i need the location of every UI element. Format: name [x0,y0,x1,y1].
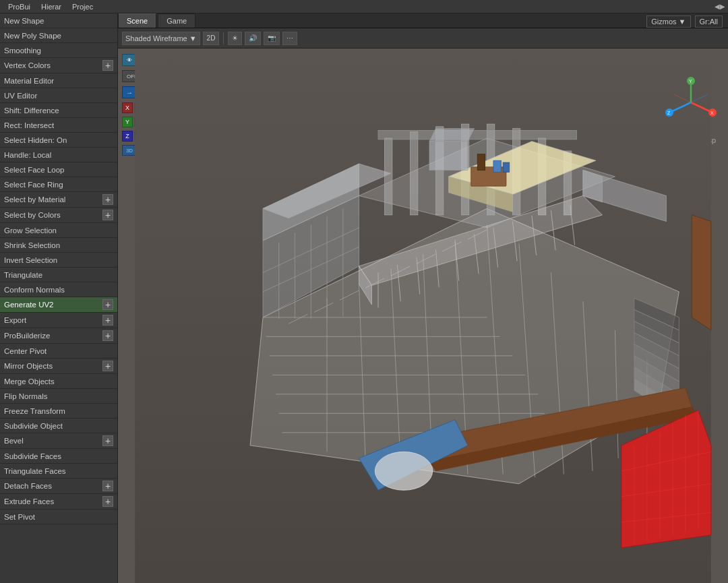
plus-btn-mirror-objects[interactable]: + [102,361,113,371]
svg-text:Z: Z [667,111,671,115]
sidebar-item-freeze-transform[interactable]: Freeze Transform [0,404,117,419]
sidebar-item-new-poly-shape[interactable]: New Poly Shape [0,28,117,43]
plus-btn-vertex-colors[interactable]: + [102,60,113,71]
sidebar-item-select-face-loop[interactable]: Select Face Loop [0,162,117,177]
sun-icon-btn[interactable]: ☀ [228,32,242,45]
main-layout: New ShapeNew Poly ShapeSmoothingVertex C… [0,13,728,583]
menu-projec[interactable]: Projec [67,0,98,13]
viewport-area: Scene Game Gizmos ▼ Gr:All Shaded Wirefr… [118,13,728,583]
sidebar-item-conform-normals[interactable]: Conform Normals [0,282,117,297]
sidebar-item-shrink-selection[interactable]: Shrink Selection [0,238,117,253]
menu-probui[interactable]: ProBui [3,0,36,13]
scene-svg [118,49,728,583]
svg-marker-93 [429,129,474,142]
sidebar-item-flip-normals[interactable]: Flip Normals [0,389,117,404]
sidebar-item-handle-local[interactable]: Handle: Local [0,148,117,162]
grid-all-btn[interactable]: Gr:All [695,16,723,28]
sidebar-item-triangulate-faces[interactable]: Triangulate Faces [0,464,117,479]
sidebar-item-invert-selection[interactable]: Invert Selection [0,253,117,268]
plus-btn-extrude-faces[interactable]: + [102,496,113,507]
svg-marker-74 [692,215,710,330]
plus-btn-export[interactable]: + [102,315,113,326]
gizmos-btn[interactable]: Gizmos ▼ [646,16,690,28]
plus-btn-select-by-material[interactable]: + [102,194,113,205]
sidebar-item-uv-editor[interactable]: UV Editor [0,88,117,103]
sidebar-item-mirror-objects[interactable]: Mirror Objects+ [0,359,117,374]
sidebar-item-extrude-faces[interactable]: Extrude Faces+ [0,494,117,510]
sidebar-item-subdivide-faces[interactable]: Subdivide Faces [0,449,117,464]
viewport[interactable]: 👁 👁 OFF ✓ → 🔒 X ▪ [118,49,728,583]
sidebar-item-grow-selection[interactable]: Grow Selection [0,223,117,238]
plus-btn-detach-faces[interactable]: + [102,481,113,491]
viewport-toolbar: Shaded Wireframe ▼ 2D ☀ 🔊 📷 ⋯ [118,28,728,49]
svg-rect-51 [503,162,509,172]
speaker-btn[interactable]: 🔊 [245,32,261,45]
tab-scene[interactable]: Scene [118,13,156,28]
sidebar-item-set-pivot[interactable]: Set Pivot [0,510,117,524]
svg-rect-92 [429,142,468,171]
axis-gizmo: Y X Z [664,75,718,129]
sidebar-item-shift-difference[interactable]: Shift: Difference [0,103,117,118]
svg-line-103 [674,94,691,102]
plus-btn-probuilderize[interactable]: + [102,330,113,341]
plus-btn-bevel[interactable]: + [102,435,113,446]
sidebar-item-generate-uv2[interactable]: Generate UV2+ [0,297,117,313]
plus-btn-select-by-colors[interactable]: + [102,210,113,220]
shading-dropdown[interactable]: Shaded Wireframe ▼ [122,32,200,45]
dropdown-arrow: ▼ [189,34,197,42]
menu-collapse[interactable]: ◀▶ [715,3,725,10]
more-btn[interactable]: ⋯ [282,32,297,45]
sidebar-item-merge-objects[interactable]: Merge Objects [0,374,117,389]
svg-text:Y: Y [689,79,692,84]
sidebar-item-subdivide-object[interactable]: Subdivide Object [0,419,117,433]
sidebar-item-smoothing[interactable]: Smoothing [0,43,117,58]
mode-2d-btn[interactable]: 2D [203,32,220,45]
sidebar-item-bevel[interactable]: Bevel+ [0,433,117,449]
svg-rect-50 [493,160,501,172]
sidebar-item-select-face-ring[interactable]: Select Face Ring [0,177,117,192]
svg-rect-45 [378,131,576,140]
sidebar-item-vertex-colors[interactable]: Vertex Colors+ [0,58,117,73]
svg-rect-38 [411,131,418,214]
svg-line-104 [691,94,708,102]
sidebar-item-rect-intersect[interactable]: Rect: Intersect [0,118,117,133]
top-menu-bar: ProBui Hierar Projec ◀▶ [0,0,728,13]
camera-btn[interactable]: 📷 [264,32,280,45]
tab-game[interactable]: Game [158,13,195,28]
sidebar-item-select-by-material[interactable]: Select by Material+ [0,192,117,208]
plus-btn-generate-uv2[interactable]: + [102,299,113,310]
svg-rect-49 [477,154,485,171]
menu-hierar[interactable]: Hierar [36,0,67,13]
sidebar-item-probuilderize[interactable]: ProBuilderize+ [0,328,117,344]
sidebar-item-select-hidden-on[interactable]: Select Hidden: On [0,133,117,148]
sidebar-item-center-pivot[interactable]: Center Pivot [0,344,117,359]
svg-point-73 [375,452,432,490]
sidebar-item-material-editor[interactable]: Material Editor [0,73,117,88]
svg-rect-37 [385,138,392,215]
toolbar-sep1 [223,32,224,44]
left-sidebar: New ShapeNew Poly ShapeSmoothingVertex C… [0,13,118,583]
sidebar-item-triangulate[interactable]: Triangulate [0,268,117,282]
tab-bar: Scene Game Gizmos ▼ Gr:All [118,13,728,28]
sidebar-item-export[interactable]: Export+ [0,313,117,328]
sidebar-item-detach-faces[interactable]: Detach Faces+ [0,479,117,494]
tab-right: Gizmos ▼ Gr:All [646,16,728,28]
svg-text:X: X [710,111,714,115]
sidebar-item-new-shape[interactable]: New Shape [0,13,117,28]
sidebar-item-select-by-colors[interactable]: Select by Colors+ [0,208,117,223]
